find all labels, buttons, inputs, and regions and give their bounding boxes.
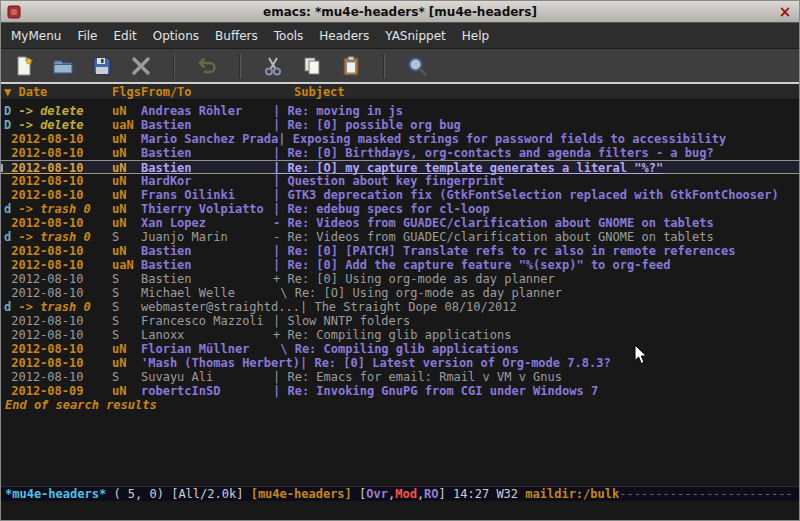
column-header-from[interactable]: From/To bbox=[141, 84, 273, 99]
message-row[interactable]: 2012-08-10uNMario Sanchez Prada| Exposin… bbox=[1, 132, 799, 146]
toolbar-separator bbox=[173, 54, 175, 78]
message-from: Bastien bbox=[141, 244, 273, 258]
message-mark: D bbox=[4, 104, 11, 118]
message-row[interactable]: 2012-08-10uNXan Lopez- Re: Videos from G… bbox=[1, 216, 799, 230]
menu-bar: MyMenuFileEditOptionsBuffersToolsHeaders… bbox=[1, 23, 799, 48]
modeline-message-count: [All/2.0k] bbox=[171, 487, 250, 501]
message-date-field: 2012-08-10 bbox=[4, 258, 112, 272]
message-subject: | Re: [0] Latest version of Org-mode 7.8… bbox=[300, 356, 611, 370]
message-subject: | Re: Emacs for email: Rmail v VM v Gnus bbox=[273, 370, 562, 384]
toolbar-search-button[interactable] bbox=[404, 53, 430, 79]
echo-area[interactable] bbox=[1, 501, 799, 520]
close-button[interactable]: × bbox=[776, 3, 794, 21]
menu-item-edit[interactable]: Edit bbox=[106, 25, 145, 47]
message-row[interactable]: 2012-08-10uNBastien| Re: [0] [PATCH] Tra… bbox=[1, 244, 799, 258]
message-from: Bastien bbox=[141, 258, 273, 272]
message-row[interactable]: 2012-08-10SSuvayu Ali| Re: Emacs for ema… bbox=[1, 370, 799, 384]
toolbar-undo-button[interactable] bbox=[194, 53, 220, 79]
message-row[interactable]: 2012-08-10SMichael Welle \ Re: [O] Using… bbox=[1, 286, 799, 300]
message-subject: | Re: [0] Birthdays, org-contacts and ag… bbox=[273, 146, 714, 160]
modeline-modified-flag: Mod bbox=[395, 487, 417, 501]
message-flags: uN bbox=[112, 188, 141, 202]
message-subject: | Re: edebug specs for cl-loop bbox=[273, 202, 490, 216]
message-date: 2012-08-10 bbox=[4, 146, 83, 160]
toolbar-paste-button[interactable] bbox=[338, 53, 364, 79]
message-row[interactable]: 2012-08-10uN'Mash (Thomas Herbert)| Re: … bbox=[1, 356, 799, 370]
menu-item-headers[interactable]: Headers bbox=[311, 25, 377, 47]
menu-item-mymenu[interactable]: MyMenu bbox=[3, 25, 69, 47]
message-row[interactable]: 2012-08-10uaNBastien| Re: [0] Add the ca… bbox=[1, 258, 799, 272]
modeline-buffer-name: *mu4e-headers* bbox=[5, 487, 113, 501]
message-row-selected[interactable]: 2012-08-10uNBastien| Re: [O] my capture … bbox=[1, 160, 799, 174]
message-date-field: 2012-08-10 bbox=[4, 356, 112, 370]
message-mark: d bbox=[4, 202, 11, 216]
message-row[interactable]: 2012-08-10uNFrans Oilinki| GTK3 deprecat… bbox=[1, 188, 799, 202]
message-row[interactable]: 2012-08-10SLanoxx+ Re: Compiling glib ap… bbox=[1, 328, 799, 342]
message-subject: | Re: [0] possible org bug bbox=[273, 118, 461, 132]
toolbar-save-button[interactable] bbox=[89, 53, 115, 79]
message-row[interactable]: 2012-08-09uNrobertcInSD| Re: Invoking Gn… bbox=[1, 384, 799, 398]
message-date-field: 2012-08-10 bbox=[4, 342, 112, 356]
toolbar-cut-button[interactable] bbox=[260, 53, 286, 79]
message-date: 2012-08-10 bbox=[4, 174, 83, 188]
message-subject: \ Re: [O] Using org-mode as day planner bbox=[273, 286, 562, 300]
menu-item-file[interactable]: File bbox=[69, 25, 105, 47]
message-date: 2012-08-10 bbox=[4, 161, 83, 175]
message-row[interactable]: 2012-08-10SFrancesco Mazzoli| Slow NNTP … bbox=[1, 314, 799, 328]
message-date-field: 2012-08-10 bbox=[4, 146, 112, 160]
message-row[interactable]: D -> deleteuNAndreas Röhler| Re: moving … bbox=[1, 104, 799, 118]
window-menu-icon[interactable] bbox=[7, 5, 21, 19]
message-row[interactable]: D -> deleteuaNBastien| Re: [0] possible … bbox=[1, 118, 799, 132]
message-row[interactable]: 2012-08-10uNBastien| Re: [0] Birthdays, … bbox=[1, 146, 799, 160]
emacs-window: emacs: *mu4e-headers* [mu4e-headers] × M… bbox=[0, 0, 800, 521]
message-date: 2012-08-10 bbox=[4, 244, 83, 258]
menu-item-tools[interactable]: Tools bbox=[266, 25, 312, 47]
new-file-icon bbox=[13, 55, 35, 77]
modeline-cursor-position: ( 5, 0) bbox=[113, 487, 171, 501]
message-row[interactable]: 2012-08-10SBastien+ Re: [0] Using org-mo… bbox=[1, 272, 799, 286]
message-flags: uN bbox=[112, 342, 141, 356]
message-mark-action: -> delete bbox=[18, 104, 83, 118]
message-row[interactable]: d -> trash 0SJuanjo Marin- Re: Videos fr… bbox=[1, 230, 799, 244]
message-mark-action: -> trash 0 bbox=[18, 300, 90, 314]
message-date: 2012-08-10 bbox=[4, 342, 83, 356]
message-list: D -> deleteuNAndreas Röhler| Re: moving … bbox=[1, 104, 799, 398]
menu-item-help[interactable]: Help bbox=[454, 25, 497, 47]
message-row[interactable]: d -> trash 0Swebmaster@straightd...| The… bbox=[1, 300, 799, 314]
message-row[interactable]: 2012-08-10uNHardKor| Question about key … bbox=[1, 174, 799, 188]
message-date-field: d -> trash 0 bbox=[4, 230, 112, 244]
message-subject: \ Re: Compiling glib applications bbox=[273, 342, 519, 356]
toolbar-copy-button[interactable] bbox=[299, 53, 325, 79]
message-date-field: 2012-08-09 bbox=[4, 384, 112, 398]
title-bar[interactable]: emacs: *mu4e-headers* [mu4e-headers] × bbox=[1, 1, 799, 23]
message-subject: | Exposing masked strings for password f… bbox=[278, 132, 726, 146]
menu-item-buffers[interactable]: Buffers bbox=[207, 25, 266, 47]
modeline-readonly-flag: RO bbox=[424, 487, 438, 501]
toolbar-close-button[interactable] bbox=[128, 53, 154, 79]
message-row[interactable]: d -> trash 0uNThierry Volpiatto| Re: ede… bbox=[1, 202, 799, 216]
message-date-field: d -> trash 0 bbox=[4, 202, 112, 216]
undo-icon bbox=[196, 55, 218, 77]
modeline-major-mode: [mu4e-headers] bbox=[251, 487, 359, 501]
message-mark-action: -> delete bbox=[18, 118, 83, 132]
message-date: 2012-08-10 bbox=[4, 132, 83, 146]
column-header-flags[interactable]: Flgs bbox=[112, 84, 141, 99]
message-row[interactable]: 2012-08-10uNFlorian Müllner \ Re: Compil… bbox=[1, 342, 799, 356]
message-date-field: 2012-08-10 bbox=[4, 161, 112, 173]
column-header-line: ▼ Date Flgs From/To Subject bbox=[1, 84, 799, 100]
message-subject: | Re: [O] my capture template generates … bbox=[273, 161, 663, 173]
search-icon bbox=[406, 55, 428, 77]
toolbar-open-button[interactable] bbox=[50, 53, 76, 79]
toolbar-new-file-button[interactable] bbox=[11, 53, 37, 79]
window-title: emacs: *mu4e-headers* [mu4e-headers] bbox=[1, 5, 799, 19]
column-header-date[interactable]: ▼ Date bbox=[4, 84, 112, 99]
modeline-flags-close-bracket: ] bbox=[439, 487, 453, 501]
message-flags: uN bbox=[112, 146, 141, 160]
menu-item-yasnippet[interactable]: YASnippet bbox=[377, 25, 454, 47]
message-from: 'Mash (Thomas Herbert) bbox=[141, 356, 300, 370]
message-flags: uN bbox=[112, 384, 141, 398]
message-from: Bastien bbox=[141, 146, 273, 160]
mode-line[interactable]: *mu4e-headers* ( 5, 0) [All/2.0k] [mu4e-… bbox=[1, 486, 799, 501]
column-header-subject[interactable]: Subject bbox=[273, 84, 345, 99]
menu-item-options[interactable]: Options bbox=[145, 25, 207, 47]
